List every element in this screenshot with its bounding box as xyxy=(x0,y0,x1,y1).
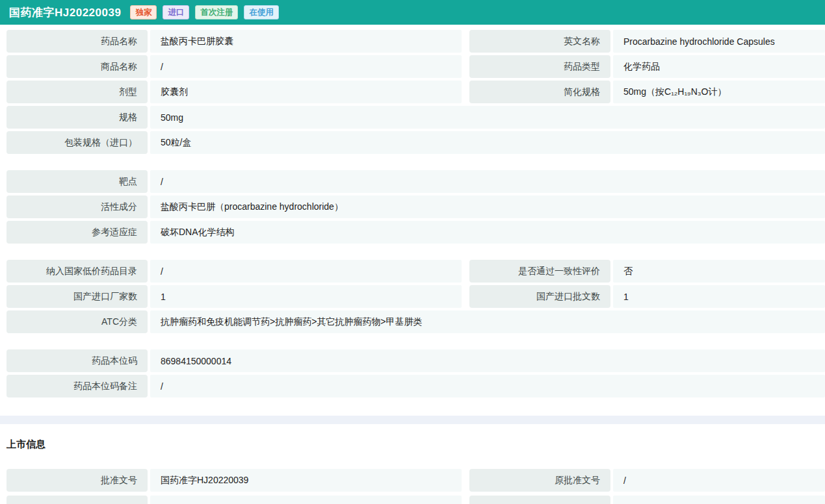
field-row: 药品本位码备注/ xyxy=(7,375,825,397)
field-section: 药品本位码86984150000014药品本位码备注/ xyxy=(0,349,825,397)
field-cell xyxy=(469,496,825,504)
field-row: 参考适应症破坏DNA化学结构 xyxy=(7,221,825,244)
field-value: 破坏DNA化学结构 xyxy=(150,221,825,244)
field-cell: 国产进口批文数1 xyxy=(469,285,825,308)
field-row: 靶点/ xyxy=(7,170,825,193)
field-label: 药品类型 xyxy=(469,55,610,78)
field-section: 靶点/活性成分盐酸丙卡巴肼（procarbazine hydrochloride… xyxy=(0,170,825,244)
field-value: 1 xyxy=(150,285,462,308)
drug-info-sections: 药品名称盐酸丙卡巴肼胶囊英文名称Procarbazine hydrochlori… xyxy=(0,30,825,397)
field-label: 药品本位码 xyxy=(7,349,148,372)
field-cell: 原批准文号/ xyxy=(469,469,825,492)
field-label: 纳入国家低价药品目录 xyxy=(7,260,148,283)
field-row: 药品本位码86984150000014 xyxy=(7,349,825,372)
badge-list: 独家进口首次注册在使用 xyxy=(130,5,285,20)
field-cell: 批准文号国药准字HJ20220039 xyxy=(7,469,462,492)
section-separator xyxy=(0,416,825,424)
field-cell: 药品本位码备注/ xyxy=(7,375,825,397)
field-value: 50mg（按C₁₂H₁₉N₃O计） xyxy=(613,81,825,103)
field-label: 是否通过一致性评价 xyxy=(469,260,610,283)
field-cell: 简化规格50mg（按C₁₂H₁₉N₃O计） xyxy=(469,81,825,103)
field-section: 纳入国家低价药品目录/是否通过一致性评价否国产进口厂家数1国产进口批文数1ATC… xyxy=(0,260,825,333)
status-badge: 独家 xyxy=(130,5,157,20)
field-cell: 英文名称Procarbazine hydrochloride Capsules xyxy=(469,30,825,53)
field-label xyxy=(469,496,610,504)
field-value: / xyxy=(150,375,825,397)
field-value: 化学药品 xyxy=(613,55,825,78)
field-value: 盐酸丙卡巴肼胶囊 xyxy=(150,30,462,53)
field-cell: 剂型胶囊剂 xyxy=(7,81,462,103)
field-value: 否 xyxy=(613,260,825,283)
field-label: 活性成分 xyxy=(7,195,148,218)
field-value xyxy=(613,496,825,504)
field-value: / xyxy=(613,469,825,492)
approval-number-title: 国药准字HJ20220039 xyxy=(9,5,121,20)
field-cell: 药品名称盐酸丙卡巴肼胶囊 xyxy=(7,30,462,53)
status-badge: 进口 xyxy=(163,5,189,20)
field-label: 规格 xyxy=(7,106,148,129)
field-cell: 是否通过一致性评价否 xyxy=(469,260,825,283)
field-value: 50mg xyxy=(150,106,825,129)
field-value: 50粒/盒 xyxy=(150,131,825,154)
field-cell: 规格50mg xyxy=(7,106,825,129)
field-row: 药品名称盐酸丙卡巴肼胶囊英文名称Procarbazine hydrochlori… xyxy=(7,30,825,53)
field-label xyxy=(7,496,148,504)
drug-detail-page: 国药准字HJ20220039 独家进口首次注册在使用 药品名称盐酸丙卡巴肼胶囊英… xyxy=(0,0,825,504)
approval-header: 国药准字HJ20220039 独家进口首次注册在使用 xyxy=(0,0,825,25)
field-row xyxy=(7,496,825,504)
status-badge: 首次注册 xyxy=(195,5,238,20)
field-row: 包装规格（进口）50粒/盒 xyxy=(7,131,825,154)
field-row: 纳入国家低价药品目录/是否通过一致性评价否 xyxy=(7,260,825,283)
field-cell xyxy=(7,496,462,504)
field-value: 胶囊剂 xyxy=(150,81,462,103)
field-label: 参考适应症 xyxy=(7,221,148,244)
field-cell: 纳入国家低价药品目录/ xyxy=(7,260,462,283)
field-label: 国产进口批文数 xyxy=(469,285,610,308)
field-section: 药品名称盐酸丙卡巴肼胶囊英文名称Procarbazine hydrochlori… xyxy=(0,30,825,154)
field-value: 1 xyxy=(613,285,825,308)
field-cell: 药品本位码86984150000014 xyxy=(7,349,825,372)
marketing-section-title: 上市信息 xyxy=(7,438,825,451)
field-row: 活性成分盐酸丙卡巴肼（procarbazine hydrochloride） xyxy=(7,195,825,218)
field-row: ATC分类抗肿瘤药和免疫机能调节药>抗肿瘤药>其它抗肿瘤药物>甲基肼类 xyxy=(7,310,825,333)
field-value xyxy=(150,496,462,504)
field-row: 商品名称/药品类型化学药品 xyxy=(7,55,825,78)
field-row: 国产进口厂家数1国产进口批文数1 xyxy=(7,285,825,308)
field-value: 抗肿瘤药和免疫机能调节药>抗肿瘤药>其它抗肿瘤药物>甲基肼类 xyxy=(150,310,825,333)
field-label: 批准文号 xyxy=(7,469,148,492)
field-label: 英文名称 xyxy=(469,30,610,53)
field-label: ATC分类 xyxy=(7,310,148,333)
field-label: 商品名称 xyxy=(7,55,148,78)
field-cell: 活性成分盐酸丙卡巴肼（procarbazine hydrochloride） xyxy=(7,195,825,218)
field-value: Procarbazine hydrochloride Capsules xyxy=(613,30,825,53)
field-cell: 靶点/ xyxy=(7,170,825,193)
field-label: 国产进口厂家数 xyxy=(7,285,148,308)
field-label: 药品本位码备注 xyxy=(7,375,148,397)
field-row: 规格50mg xyxy=(7,106,825,129)
field-label: 药品名称 xyxy=(7,30,148,53)
field-cell: 国产进口厂家数1 xyxy=(7,285,462,308)
field-cell: 药品类型化学药品 xyxy=(469,55,825,78)
field-cell: 商品名称/ xyxy=(7,55,462,78)
field-value: / xyxy=(150,55,462,78)
field-value: / xyxy=(150,170,825,193)
field-row: 剂型胶囊剂简化规格50mg（按C₁₂H₁₉N₃O计） xyxy=(7,81,825,103)
field-label: 原批准文号 xyxy=(469,469,610,492)
field-label: 简化规格 xyxy=(469,81,610,103)
field-label: 包装规格（进口） xyxy=(7,131,148,154)
field-label: 靶点 xyxy=(7,170,148,193)
field-cell: 参考适应症破坏DNA化学结构 xyxy=(7,221,825,244)
field-value: 86984150000014 xyxy=(150,349,825,372)
field-value: 盐酸丙卡巴肼（procarbazine hydrochloride） xyxy=(150,195,825,218)
status-badge: 在使用 xyxy=(244,5,279,20)
field-cell: 包装规格（进口）50粒/盒 xyxy=(7,131,825,154)
field-label: 剂型 xyxy=(7,81,148,103)
field-row: 批准文号国药准字HJ20220039原批准文号/ xyxy=(7,469,825,492)
field-value: 国药准字HJ20220039 xyxy=(150,469,462,492)
marketing-rows: 批准文号国药准字HJ20220039原批准文号/ xyxy=(0,469,825,504)
field-cell: ATC分类抗肿瘤药和免疫机能调节药>抗肿瘤药>其它抗肿瘤药物>甲基肼类 xyxy=(7,310,825,333)
drug-info-content: 药品名称盐酸丙卡巴肼胶囊英文名称Procarbazine hydrochlori… xyxy=(0,25,825,504)
field-value: / xyxy=(150,260,462,283)
